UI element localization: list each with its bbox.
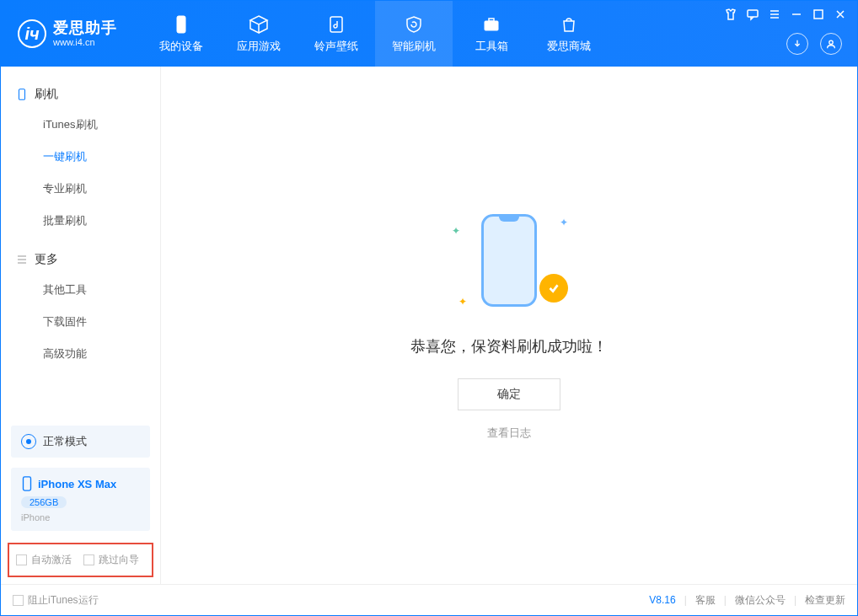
sidebar-item-advanced[interactable]: 高级功能 xyxy=(1,338,160,370)
phone-outline-icon xyxy=(21,476,33,491)
checkbox-icon xyxy=(16,554,27,565)
app-subtitle: www.i4.cn xyxy=(53,37,117,47)
sidebar-head-flash: 刷机 xyxy=(1,80,160,109)
sidebar-item-pro-flash[interactable]: 专业刷机 xyxy=(1,173,160,205)
nav-label: 我的设备 xyxy=(159,39,203,54)
checkbox-block-itunes[interactable]: 阻止iTunes运行 xyxy=(13,593,99,608)
svg-rect-0 xyxy=(177,16,185,33)
nav-tools[interactable]: 工具箱 xyxy=(453,1,530,67)
success-message: 恭喜您，保资料刷机成功啦！ xyxy=(410,336,608,356)
device-capacity-badge: 256GB xyxy=(21,496,67,508)
main-nav: 我的设备 应用游戏 铃声壁纸 智能刷机 工具箱 爱思商城 xyxy=(142,1,608,67)
device-name: iPhone XS Max xyxy=(38,478,116,490)
wechat-link[interactable]: 微信公众号 xyxy=(735,593,786,608)
sidebar-head-label: 刷机 xyxy=(35,87,58,102)
version-label: V8.16 xyxy=(649,594,675,606)
sparkle-icon: ✦ xyxy=(560,217,568,228)
svg-rect-5 xyxy=(814,10,823,19)
user-icon[interactable] xyxy=(820,33,842,55)
app-logo: iч 爱思助手 www.i4.cn xyxy=(18,19,117,48)
nav-store[interactable]: 爱思商城 xyxy=(530,1,608,67)
success-illustration: ✦ ✦ ✦ xyxy=(458,210,560,311)
nav-label: 应用游戏 xyxy=(237,39,281,54)
app-title: 爱思助手 xyxy=(53,20,117,37)
sidebar-item-other-tools[interactable]: 其他工具 xyxy=(1,274,160,306)
footer: 阻止iTunes运行 V8.16 | 客服 | 微信公众号 | 检查更新 xyxy=(1,584,857,615)
svg-point-6 xyxy=(829,40,833,44)
svg-rect-3 xyxy=(489,19,494,21)
device-mode[interactable]: 正常模式 xyxy=(11,426,150,458)
sidebar-head-label: 更多 xyxy=(35,252,58,267)
close-button[interactable] xyxy=(834,8,847,21)
music-icon xyxy=(325,13,347,35)
support-link[interactable]: 客服 xyxy=(695,593,716,608)
bag-icon xyxy=(558,13,580,35)
sidebar-item-one-click[interactable]: 一键刷机 xyxy=(1,141,160,173)
header-actions xyxy=(786,33,842,55)
sparkle-icon: ✦ xyxy=(452,225,460,237)
device-small-icon xyxy=(16,88,28,100)
toolbox-icon xyxy=(480,13,502,35)
nav-label: 工具箱 xyxy=(475,39,508,54)
nav-label: 铃声壁纸 xyxy=(314,39,358,54)
phone-graphic xyxy=(481,214,537,307)
checkbox-icon xyxy=(13,595,24,606)
checkbox-icon xyxy=(83,554,94,565)
sidebar-item-download-fw[interactable]: 下载固件 xyxy=(1,306,160,338)
cube-icon xyxy=(248,13,270,35)
svg-rect-8 xyxy=(24,477,31,490)
checkbox-label: 阻止iTunes运行 xyxy=(28,593,99,608)
checkbox-label: 跳过向导 xyxy=(99,553,139,567)
logo-icon: iч xyxy=(18,19,46,48)
sparkle-icon: ✦ xyxy=(458,296,467,308)
checkbox-label: 自动激活 xyxy=(31,553,72,567)
sidebar-item-itunes-flash[interactable]: iTunes刷机 xyxy=(1,109,160,141)
sidebar-item-batch-flash[interactable]: 批量刷机 xyxy=(1,205,160,237)
svg-rect-4 xyxy=(748,10,758,17)
header: iч 爱思助手 www.i4.cn 我的设备 应用游戏 铃声壁纸 智能刷机 工具… xyxy=(1,1,857,67)
phone-icon xyxy=(170,13,192,35)
tshirt-icon[interactable] xyxy=(724,8,737,21)
checkbox-auto-activate[interactable]: 自动激活 xyxy=(16,553,72,567)
nav-my-device[interactable]: 我的设备 xyxy=(142,1,220,67)
nav-flash[interactable]: 智能刷机 xyxy=(375,1,453,67)
mode-icon xyxy=(21,434,36,449)
svg-rect-2 xyxy=(485,21,498,30)
svg-rect-7 xyxy=(19,89,25,100)
checkbox-skip-guide[interactable]: 跳过向导 xyxy=(83,553,139,567)
main-content: ✦ ✦ ✦ 恭喜您，保资料刷机成功啦！ 确定 查看日志 xyxy=(161,67,857,584)
nav-media[interactable]: 铃声壁纸 xyxy=(298,1,375,67)
feedback-icon[interactable] xyxy=(746,8,759,21)
maximize-button[interactable] xyxy=(812,8,825,21)
nav-label: 爱思商城 xyxy=(547,39,591,54)
check-update-link[interactable]: 检查更新 xyxy=(805,593,845,608)
refresh-shield-icon xyxy=(403,13,425,35)
nav-label: 智能刷机 xyxy=(392,39,436,54)
download-icon[interactable] xyxy=(786,33,808,55)
sidebar-head-more: 更多 xyxy=(1,245,160,274)
mode-label: 正常模式 xyxy=(43,434,87,449)
minimize-button[interactable] xyxy=(790,8,803,21)
list-icon xyxy=(16,254,28,265)
menu-icon[interactable] xyxy=(768,8,781,21)
view-log-link[interactable]: 查看日志 xyxy=(487,426,531,441)
options-box: 自动激活 跳过向导 xyxy=(8,543,153,577)
ok-button[interactable]: 确定 xyxy=(458,378,560,410)
checkmark-badge-icon xyxy=(539,274,568,303)
device-info[interactable]: iPhone XS Max 256GB iPhone xyxy=(11,468,150,531)
device-type: iPhone xyxy=(21,512,140,522)
window-controls xyxy=(724,8,847,21)
sidebar: 刷机 iTunes刷机 一键刷机 专业刷机 批量刷机 更多 其他工具 下载固件 … xyxy=(1,67,161,584)
nav-apps[interactable]: 应用游戏 xyxy=(220,1,298,67)
